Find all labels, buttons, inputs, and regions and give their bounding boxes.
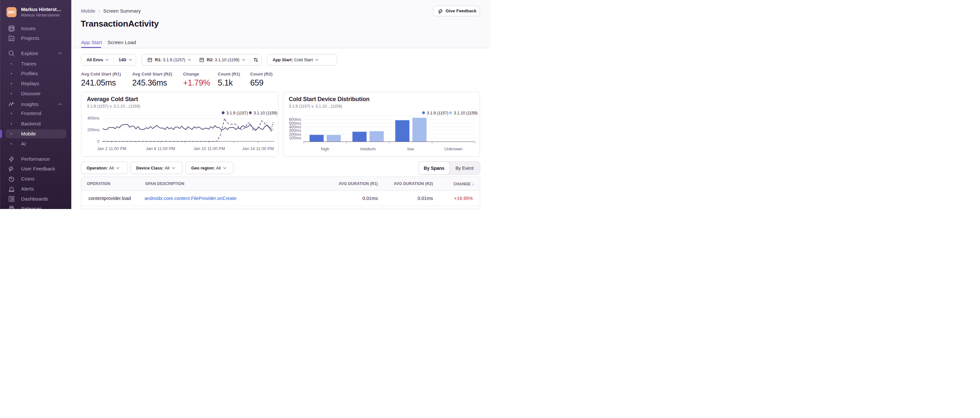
svg-text:Jan 14 11:00 PM: Jan 14 11:00 PM — [242, 146, 274, 151]
svg-text:3.1.10 (1159): 3.1.10 (1159) — [454, 111, 477, 115]
svg-text:Unknown: Unknown — [444, 146, 463, 151]
svg-text:600ms: 600ms — [289, 117, 301, 122]
svg-text:200ms: 200ms — [87, 128, 100, 132]
svg-text:medium: medium — [360, 146, 375, 151]
svg-text:low: low — [407, 146, 414, 151]
svg-text:400ms: 400ms — [87, 116, 100, 121]
svg-text:3.1.9 (1157): 3.1.9 (1157) — [427, 111, 448, 115]
svg-text:3.1.10 (1159): 3.1.10 (1159) — [254, 111, 277, 115]
svg-text:0: 0 — [97, 139, 100, 144]
svg-text:high: high — [321, 146, 329, 151]
svg-text:Jan 6 11:00 PM: Jan 6 11:00 PM — [146, 146, 175, 151]
svg-text:Jan 2 11:00 PM: Jan 2 11:00 PM — [97, 146, 126, 151]
svg-text:3.1.9 (1157): 3.1.9 (1157) — [226, 111, 248, 115]
svg-text:Jan 10 11:00 PM: Jan 10 11:00 PM — [194, 146, 225, 151]
